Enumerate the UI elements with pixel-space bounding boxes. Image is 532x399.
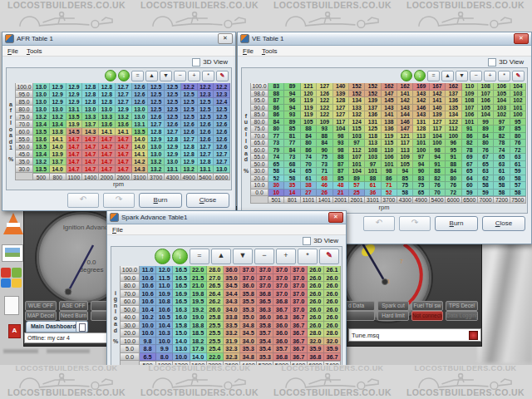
table-edit-pencil-button[interactable]: ✎	[319, 249, 339, 264]
col-header[interactable]: 4900	[181, 173, 198, 180]
row-header[interactable]: 20.0	[250, 175, 268, 183]
table-cell[interactable]: 62	[478, 175, 494, 183]
table-cell[interactable]: 65	[268, 161, 284, 169]
table-cell[interactable]: 26.0	[324, 313, 341, 322]
table-cell[interactable]: 35.4	[257, 337, 273, 346]
table-cell[interactable]: 33.5	[224, 322, 240, 330]
table-cell[interactable]: 36.7	[291, 322, 308, 330]
table-cell[interactable]: 94	[284, 105, 300, 112]
table-cell[interactable]: 136	[365, 111, 381, 119]
row-header[interactable]: 75.0	[15, 113, 33, 121]
indicator-fuel-tbl-sw[interactable]: Fuel Tbl sw	[411, 301, 443, 311]
table-cell[interactable]: 10.9	[156, 290, 173, 298]
close-button[interactable]: Close	[186, 193, 229, 208]
close-icon[interactable]	[218, 33, 233, 44]
indicator-ase-off[interactable]: ASE OFF	[59, 301, 88, 311]
table-cell[interactable]: 81	[284, 133, 300, 140]
table-cell[interactable]: 26.0	[308, 274, 324, 283]
table-cell[interactable]: 19.5	[190, 298, 207, 306]
table-cell[interactable]: 8.0	[156, 353, 173, 362]
table-cell[interactable]: 12.8	[181, 143, 198, 150]
table-cell[interactable]: 12.7	[148, 121, 165, 128]
table-cell[interactable]: 12.7	[116, 98, 132, 106]
table-cell[interactable]: 70	[301, 161, 317, 169]
table-cell[interactable]: 14.0	[50, 143, 66, 150]
table-cell[interactable]: 110	[462, 83, 478, 91]
table-cell[interactable]: 146	[413, 105, 429, 112]
table-cell[interactable]: 65	[413, 190, 429, 197]
table-cell[interactable]: 115	[382, 140, 397, 147]
table-cell[interactable]: 35	[284, 182, 300, 190]
table-cell[interactable]: 98	[382, 168, 397, 175]
table-cell[interactable]: 80	[301, 140, 317, 147]
main-dashboard-tab[interactable]: Main Dashboard	[26, 321, 81, 332]
table-cell[interactable]: 139	[333, 91, 349, 98]
row-header[interactable]: 80.0	[120, 282, 140, 290]
table-cell[interactable]: 12.6	[181, 121, 198, 128]
table-cell[interactable]: 143	[397, 105, 413, 112]
table-cell[interactable]: 95	[510, 119, 526, 126]
table-cell[interactable]: 18.8	[190, 322, 207, 330]
table-cell[interactable]: 14.7	[82, 158, 99, 165]
table-cell[interactable]: 12.5	[198, 98, 214, 106]
table-cell[interactable]: 63	[494, 161, 510, 169]
table-cell[interactable]: 30	[268, 182, 284, 190]
table-cell[interactable]: 36.8	[273, 353, 290, 362]
table-cell[interactable]: 115	[349, 126, 365, 133]
table-cell[interactable]: 14.1	[132, 150, 149, 158]
table-plus-button[interactable]: +	[188, 71, 200, 81]
table-cell[interactable]: 85	[333, 175, 349, 183]
table-cell[interactable]: 12.6	[214, 135, 230, 143]
table-cell[interactable]: 85	[284, 126, 300, 133]
table-cell[interactable]: 21.0	[190, 282, 207, 290]
table-cell[interactable]: 60	[462, 182, 478, 190]
table-set-value-button[interactable]: =	[427, 71, 440, 81]
table-cell[interactable]: 14.0	[173, 337, 190, 346]
table-cell[interactable]: 127	[333, 105, 349, 112]
table-cell[interactable]: 28.0	[207, 266, 224, 274]
table-cell[interactable]: 26.1	[324, 266, 341, 274]
table-cell[interactable]: 19.2	[190, 306, 207, 314]
table-cell[interactable]: 86	[268, 111, 284, 119]
table-cell[interactable]: 26.0	[324, 298, 341, 306]
table-cell[interactable]: 84	[317, 140, 332, 147]
table-cell[interactable]: 12.6	[132, 83, 149, 91]
table-cell[interactable]: 98	[333, 133, 349, 140]
table-cell[interactable]: 10.6	[140, 290, 156, 298]
col-header[interactable]: 7000	[478, 196, 494, 204]
row-header[interactable]: 95.0	[15, 91, 33, 98]
table-cell[interactable]: 94	[397, 168, 413, 175]
table-cell[interactable]: 13.8	[50, 128, 66, 135]
table-cell[interactable]: 26.0	[308, 298, 324, 306]
table-cell[interactable]: 35.0	[224, 274, 240, 283]
table-cell[interactable]: 36.3	[257, 306, 273, 314]
table-cell[interactable]: 13.2	[148, 158, 165, 165]
ve-titlebar[interactable]: VE Table 1	[238, 32, 531, 46]
table-cell[interactable]: 26.0	[324, 306, 341, 314]
table-cell[interactable]: 87	[333, 161, 349, 169]
table-cell[interactable]: 25	[349, 190, 365, 197]
col-header[interactable]: 800	[50, 173, 66, 180]
table-cell[interactable]: 12.6	[198, 135, 214, 143]
table-cell[interactable]: 58	[284, 175, 300, 183]
table-cell[interactable]: 113	[413, 133, 429, 140]
table-cell[interactable]: 119	[301, 97, 317, 105]
table-cell[interactable]: 65	[462, 168, 478, 175]
table-cell[interactable]: 12.5	[148, 98, 165, 106]
table-cell[interactable]: 84	[284, 147, 300, 155]
table-cell[interactable]: 37.0	[273, 274, 290, 283]
table-cell[interactable]: 77	[268, 133, 284, 140]
table-cell[interactable]: 13.6	[99, 121, 116, 128]
table-cell[interactable]: 73	[317, 161, 332, 169]
table-cell[interactable]: 63	[478, 168, 494, 175]
table-cell[interactable]: 83	[413, 175, 429, 183]
table-cell[interactable]: 12.6	[214, 121, 230, 128]
table-cell[interactable]: 122	[317, 97, 332, 105]
table-cell[interactable]: 13.3	[82, 113, 99, 121]
table-cell[interactable]: 162	[397, 83, 413, 91]
table-cell[interactable]: 101	[349, 161, 365, 169]
table-cell[interactable]: 37.0	[291, 306, 308, 314]
table-cell[interactable]: 143	[413, 91, 429, 98]
table-cell[interactable]: 89	[349, 175, 365, 183]
table-cell[interactable]: 72	[510, 147, 526, 155]
